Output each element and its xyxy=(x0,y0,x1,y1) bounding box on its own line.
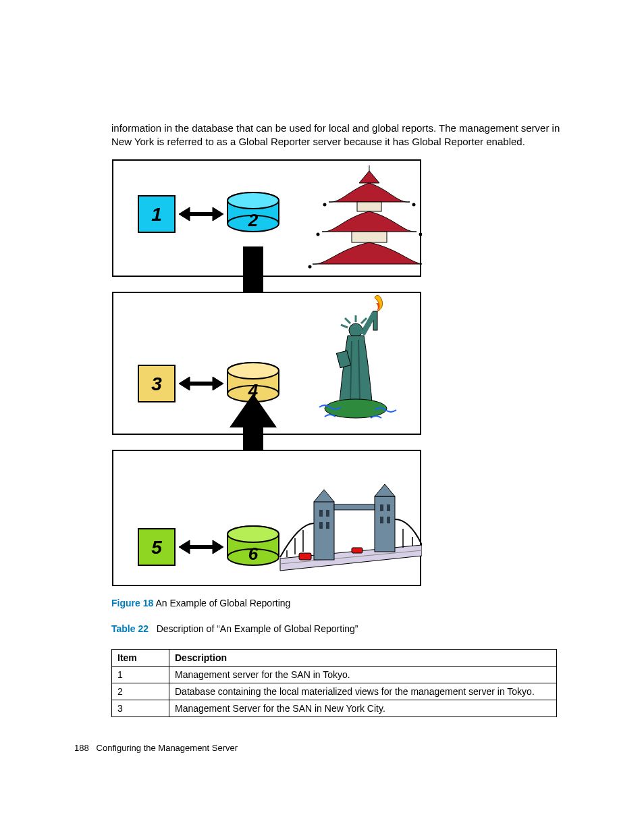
intro-paragraph: information in the database that can be … xyxy=(111,122,570,149)
svg-point-29 xyxy=(227,363,279,379)
figure-label: Figure 18 xyxy=(111,598,153,608)
svg-rect-53 xyxy=(375,496,395,552)
label-box-6: 6 xyxy=(248,544,259,564)
svg-rect-70 xyxy=(299,553,311,560)
global-reporting-diagram: 1 2 xyxy=(111,159,422,591)
figure-caption-text-value: An Example of Global Reporting xyxy=(155,598,290,608)
svg-rect-64 xyxy=(334,504,375,510)
cell-item: 2 xyxy=(112,683,169,700)
svg-rect-62 xyxy=(380,517,383,523)
cell-description: Management server for the SAN in Tokyo. xyxy=(169,666,557,683)
label-box-3: 3 xyxy=(151,373,162,394)
svg-rect-60 xyxy=(380,504,383,511)
svg-point-31 xyxy=(349,323,363,337)
cell-description: Management Server for the SAN in New Yor… xyxy=(169,700,557,716)
label-box-5: 5 xyxy=(151,537,162,558)
page-footer: 188 Configuring the Management Server xyxy=(74,743,238,753)
svg-rect-12 xyxy=(352,232,387,242)
description-table: Item Description 1 Management server for… xyxy=(111,649,557,717)
figure-diagram: 1 2 xyxy=(111,159,570,591)
figure-caption: Figure 18 An Example of Global Reporting xyxy=(111,598,570,608)
page-number: 188 xyxy=(74,743,89,753)
svg-point-8 xyxy=(227,192,279,209)
svg-rect-63 xyxy=(387,517,390,523)
cell-item: 1 xyxy=(112,666,169,683)
col-header-item: Item xyxy=(112,649,169,666)
cell-description: Database containing the local materializ… xyxy=(169,683,557,700)
svg-point-15 xyxy=(317,232,320,236)
svg-point-14 xyxy=(412,203,416,206)
table-header-row: Item Description xyxy=(112,649,557,666)
svg-point-49 xyxy=(227,526,279,542)
svg-point-13 xyxy=(323,203,327,206)
table-row: 1 Management server for the SAN in Tokyo… xyxy=(112,666,557,683)
svg-rect-71 xyxy=(352,548,363,553)
section-title: Configuring the Management Server xyxy=(97,743,238,753)
table-row: 3 Management Server for the SAN in New Y… xyxy=(112,700,557,716)
table-caption-text: Description of “An Example of Global Rep… xyxy=(157,623,358,634)
svg-rect-61 xyxy=(387,504,390,511)
col-header-description: Description xyxy=(169,649,557,666)
cell-item: 3 xyxy=(112,700,169,716)
label-box-2: 2 xyxy=(248,210,259,230)
svg-rect-56 xyxy=(319,510,323,517)
svg-rect-57 xyxy=(326,510,329,517)
svg-point-17 xyxy=(308,265,312,268)
svg-rect-59 xyxy=(326,522,329,529)
svg-rect-58 xyxy=(319,522,323,529)
svg-rect-52 xyxy=(314,502,334,560)
table-label: Table 22 xyxy=(111,623,149,634)
label-box-1: 1 xyxy=(151,204,162,225)
table-row: 2 Database containing the local material… xyxy=(112,683,557,700)
table-caption: Table 22 Description of “An Example of G… xyxy=(111,623,570,634)
svg-rect-11 xyxy=(357,202,381,211)
